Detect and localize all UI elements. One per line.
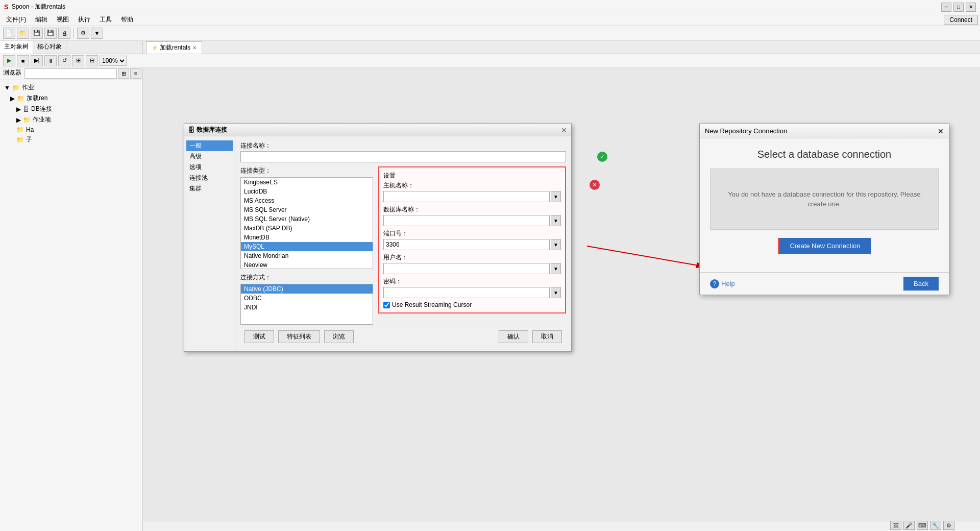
menu-file[interactable]: 文件(F) <box>2 14 30 25</box>
menu-tools[interactable]: 工具 <box>95 14 116 25</box>
tab-canvas-rentals[interactable]: ⚡ 加载rentals ✕ <box>146 41 202 54</box>
search-input[interactable] <box>24 68 117 79</box>
streaming-checkbox[interactable] <box>383 302 390 308</box>
new-file-button[interactable]: 📄 <box>3 28 15 39</box>
connection-type-list[interactable]: KingbaseES LucidDB MS Access MS SQL Serv… <box>240 177 373 269</box>
username-input[interactable] <box>383 263 550 274</box>
repo-dialog[interactable]: New Repository Connection ✕ Select a dat… <box>699 124 949 295</box>
step-button[interactable]: ▶| <box>31 55 43 66</box>
panel-btn-2[interactable]: ≡ <box>130 68 141 79</box>
dialog-main-content: 连接名称： 连接类型： KingbaseES LucidDB MS Access… <box>235 136 571 351</box>
tree-item-job[interactable]: ▼ 📁 作业 <box>2 82 140 93</box>
port-input[interactable] <box>383 239 550 250</box>
save-all-button[interactable]: 💾 <box>44 28 57 39</box>
tree-item-child[interactable]: 📁 子 <box>2 134 140 145</box>
menu-help[interactable]: 帮助 <box>117 14 137 25</box>
maximize-button[interactable]: □ <box>953 3 964 12</box>
settings-button[interactable]: ⚙ <box>77 28 89 39</box>
method-native-jdbc[interactable]: Native (JDBC) <box>241 284 373 294</box>
tree-expand-icon: ▼ <box>4 84 10 91</box>
repo-main-title: Select a database connection <box>710 149 939 160</box>
port-browse-button[interactable]: ▼ <box>551 239 561 250</box>
tree-item-db[interactable]: ▶ 🗄 DB连接 <box>2 104 140 114</box>
back-button[interactable]: Back <box>903 277 939 291</box>
menu-view[interactable]: 视图 <box>53 14 73 25</box>
dropdown-button[interactable]: ▼ <box>91 28 103 39</box>
dbname-group: 数据库名称： ▼ <box>383 205 561 226</box>
dbname-browse-button[interactable]: ▼ <box>551 215 561 226</box>
print-button[interactable]: 🖨 <box>58 28 70 39</box>
taskbar-icon-3[interactable]: ⌨ <box>917 521 928 530</box>
menu-edit[interactable]: 编辑 <box>31 14 52 25</box>
host-input[interactable] <box>383 191 550 202</box>
tree-item-tasks[interactable]: ▶ 📁 作业项 <box>2 114 140 125</box>
confirm-button[interactable]: 确认 <box>499 330 528 343</box>
taskbar-icon-4[interactable]: 🔧 <box>930 521 941 530</box>
app-icon: S <box>4 3 9 11</box>
open-button[interactable]: 📁 <box>17 28 29 39</box>
taskbar-icon-2[interactable]: 🎤 <box>903 521 915 530</box>
tree-item-load[interactable]: ▶ 📁 加载ren <box>2 93 140 104</box>
dialog-tab-cluster[interactable]: 集群 <box>186 183 233 194</box>
tab-core-objects[interactable]: 核心对象 <box>33 41 66 54</box>
dialog-close-button[interactable]: ✕ <box>561 126 567 134</box>
connect-button[interactable]: Connect <box>944 15 978 25</box>
save-button[interactable]: 💾 <box>31 28 43 39</box>
feature-list-button[interactable]: 特征列表 <box>278 330 320 343</box>
dialog-tab-options[interactable]: 选项 <box>186 162 233 173</box>
type-ms-sql-native[interactable]: MS SQL Server (Native) <box>241 214 373 224</box>
db-connection-dialog[interactable]: 🗄 数据库连接 ✕ 一般 高级 选项 连接池 集群 连 <box>184 124 572 352</box>
test-button[interactable]: 测试 <box>244 330 274 343</box>
settings-label: 设置 <box>383 172 561 180</box>
canvas-tab-close[interactable]: ✕ <box>192 45 197 51</box>
layout-button[interactable]: ⊟ <box>86 55 98 66</box>
title-bar-controls[interactable]: ─ □ ✕ <box>941 3 976 12</box>
help-button[interactable]: ? Help <box>710 279 735 288</box>
pause-button[interactable]: ⏸ <box>44 55 57 66</box>
dbname-input[interactable] <box>383 215 550 226</box>
menu-execute[interactable]: 执行 <box>74 14 94 25</box>
taskbar-icon-5[interactable]: ⚙ <box>943 521 954 530</box>
method-odbc[interactable]: ODBC <box>241 294 373 303</box>
taskbar-icon-1[interactable]: 英 <box>890 521 901 530</box>
type-kingbasees[interactable]: KingbaseES <box>241 178 373 187</box>
stop-button[interactable]: ■ <box>17 55 29 66</box>
dialog-body: 一般 高级 选项 连接池 集群 连接名称： <box>184 136 571 351</box>
connection-method-list[interactable]: Native (JDBC) ODBC JNDI <box>240 284 373 325</box>
cancel-button[interactable]: 取消 <box>532 330 562 343</box>
username-browse-button[interactable]: ▼ <box>551 263 561 274</box>
type-mysql[interactable]: MySQL <box>241 242 373 251</box>
password-input[interactable] <box>383 287 550 298</box>
dialog-tab-general[interactable]: 一般 <box>186 140 233 151</box>
run-button[interactable]: ▶ <box>3 55 15 66</box>
canvas-tabs-area: ⚡ 加载rentals ✕ <box>143 41 205 54</box>
host-browse-button[interactable]: ▼ <box>551 191 561 202</box>
type-ms-access[interactable]: MS Access <box>241 196 373 205</box>
type-maxdb[interactable]: MaxDB (SAP DB) <box>241 224 373 233</box>
connection-name-input[interactable] <box>240 151 566 162</box>
tree-item-ha[interactable]: 📁 Ha <box>2 125 140 134</box>
method-jndi[interactable]: JNDI <box>241 303 373 312</box>
dialog-tab-advanced[interactable]: 高级 <box>186 151 233 162</box>
refresh-button[interactable]: ↺ <box>58 55 70 66</box>
panel-btn-1[interactable]: ⊞ <box>118 68 129 79</box>
streaming-label: Use Result Streaming Cursor <box>392 301 472 308</box>
browse-button[interactable]: 浏览 <box>324 330 354 343</box>
type-native-mondrian[interactable]: Native Mondrian <box>241 251 373 260</box>
repo-dialog-close-button[interactable]: ✕ <box>938 127 944 135</box>
password-browse-button[interactable]: ▼ <box>551 287 561 298</box>
panel-tree: ▼ 📁 作业 ▶ 📁 加载ren ▶ 🗄 DB连接 ▶ 📁 作业项 📁 <box>0 80 142 531</box>
menu-bar: 文件(F) 编辑 视图 执行 工具 帮助 Connect <box>0 14 980 26</box>
dialog-tab-pool[interactable]: 连接池 <box>186 173 233 183</box>
zoom-select[interactable]: 100% 75% 50% 150% <box>100 56 127 66</box>
create-new-connection-button[interactable]: Create New Connection <box>778 238 870 254</box>
type-luciddb[interactable]: LucidDB <box>241 187 373 196</box>
type-ms-sql[interactable]: MS SQL Server <box>241 205 373 214</box>
minimize-button[interactable]: ─ <box>941 3 951 12</box>
tab-main-objects[interactable]: 主对象树 <box>0 41 33 54</box>
type-neoview[interactable]: Neoview <box>241 260 373 269</box>
type-monetdb[interactable]: MonetDB <box>241 233 373 242</box>
tree-item-label: Ha <box>26 126 34 133</box>
grid-button[interactable]: ⊞ <box>72 55 84 66</box>
close-button[interactable]: ✕ <box>966 3 976 12</box>
